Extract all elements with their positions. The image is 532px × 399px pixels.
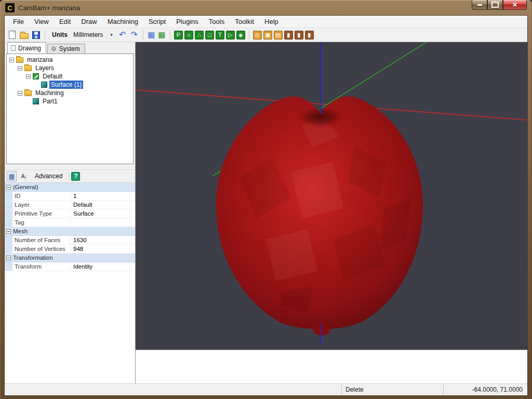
toolbar-separator	[143, 30, 143, 39]
advanced-button[interactable]: Advanced	[31, 171, 66, 181]
collapse-icon[interactable]	[6, 229, 11, 234]
menu-item-view[interactable]: View	[29, 16, 54, 27]
units-label: Units	[52, 31, 68, 38]
drill-icon[interactable]: ◎	[253, 31, 262, 39]
left-panel: Drawing System manzanaLayersDefaultSurfa…	[5, 42, 136, 383]
undo-icon[interactable]: ↶	[117, 31, 127, 39]
minimize-button[interactable]	[472, 0, 487, 10]
property-name: Transform	[12, 262, 71, 271]
menu-item-machining[interactable]: Machining	[102, 16, 143, 27]
property-value[interactable]: 1630	[71, 237, 135, 243]
row-gutter	[5, 201, 12, 209]
new-file-icon[interactable]	[9, 31, 16, 39]
surface-icon[interactable]: ◈	[236, 31, 245, 39]
tree-item-part1[interactable]: Part1	[7, 97, 133, 105]
panel-tabs: Drawing System	[5, 42, 135, 54]
property-category-mesh[interactable]: Mesh	[5, 227, 135, 236]
collapse-icon[interactable]	[26, 74, 31, 79]
viewport-3d[interactable]	[136, 42, 527, 350]
property-value[interactable]: Identity	[71, 263, 135, 270]
toolbar-grid-group: ▦▦	[147, 31, 166, 39]
row-gutter	[5, 262, 12, 271]
profile-icon[interactable]: ▤	[274, 31, 283, 39]
property-row-id[interactable]: ID1	[5, 192, 135, 201]
property-row-tag[interactable]: Tag	[5, 218, 135, 227]
text-icon[interactable]: T	[216, 31, 224, 39]
client-area: FileViewEditDrawMachiningScriptPluginsTo…	[4, 15, 528, 396]
menu-item-edit[interactable]: Edit	[54, 16, 76, 27]
property-row-layer[interactable]: LayerDefault	[5, 201, 135, 209]
category-label: (General)	[12, 184, 38, 190]
units-dropdown[interactable]: Millimeters	[71, 30, 116, 39]
tree-item-default[interactable]: Default	[7, 72, 133, 81]
property-row-transform[interactable]: TransformIdentity	[5, 262, 135, 271]
status-bar: Delete -64.0000, 71.0000	[5, 383, 527, 395]
tab-system[interactable]: System	[47, 44, 85, 54]
properties-toolbar: Advanced ?	[5, 169, 135, 182]
property-category-general[interactable]: (General)	[5, 183, 135, 192]
toolbar-separator	[249, 30, 249, 39]
menu-item-toolkit[interactable]: Toolkit	[230, 16, 259, 27]
menu-item-script[interactable]: Script	[143, 16, 171, 27]
screw-icon-2[interactable]: ▮	[295, 31, 303, 39]
property-row-primitive-type[interactable]: Primitive TypeSurface	[5, 209, 135, 218]
point-list-icon[interactable]: P	[174, 31, 183, 39]
property-name: ID	[12, 192, 71, 200]
apple-bottom-nub	[313, 322, 330, 336]
polyline-icon[interactable]: ▷	[226, 31, 235, 39]
save-icon[interactable]	[32, 31, 40, 39]
collapse-icon[interactable]	[6, 256, 11, 260]
property-category-transformation[interactable]: Transformation	[5, 254, 135, 262]
drawing-tree: manzanaLayersDefaultSurface (1)Machining…	[6, 54, 134, 164]
collapse-icon[interactable]	[18, 66, 22, 71]
maximize-button[interactable]	[487, 0, 503, 10]
cambam-logo-icon	[5, 3, 15, 12]
tree-item-surface-1[interactable]: Surface (1)	[7, 81, 133, 89]
grid-snap-icon[interactable]: ▦	[147, 31, 156, 39]
tab-drawing[interactable]: Drawing	[7, 42, 46, 54]
screw-icon-3[interactable]: ▮	[305, 31, 314, 39]
redo-icon[interactable]: ↷	[129, 31, 139, 39]
property-value[interactable]: Surface	[71, 210, 135, 217]
sort-alphabetical-icon[interactable]	[19, 171, 29, 181]
tree-item-manzana[interactable]: manzana	[7, 56, 133, 64]
property-row-number-of-faces[interactable]: Number of Faces1630	[5, 236, 135, 245]
titlebar[interactable]: CamBam+ manzana	[0, 0, 532, 16]
property-value[interactable]: 948	[71, 246, 135, 252]
row-gutter	[5, 192, 12, 200]
property-value[interactable]: 1	[71, 193, 135, 199]
collapse-icon[interactable]	[18, 91, 22, 96]
row-gutter	[5, 245, 12, 253]
status-message-cell	[5, 384, 341, 395]
cambam-window: CamBam+ manzana FileViewEditDrawMachinin…	[0, 0, 532, 399]
menu-item-file[interactable]: File	[8, 16, 29, 27]
tree-item-label: Part1	[41, 97, 59, 105]
rectangle-icon[interactable]: □	[205, 31, 214, 39]
categorized-view-icon[interactable]	[7, 171, 17, 181]
menu-item-draw[interactable]: Draw	[76, 16, 102, 27]
viewport-canvas	[136, 42, 527, 350]
row-gutter	[5, 236, 12, 244]
help-icon[interactable]: ?	[71, 172, 80, 181]
main-toolbar: Units Millimeters ↶ ↷ ▦▦ P○∴□T▷◈ ◎▣▤▮▮▮	[5, 28, 527, 42]
tree-item-label: Surface (1)	[49, 81, 83, 89]
menu-item-plugins[interactable]: Plugins	[171, 16, 204, 27]
screw-icon-1[interactable]: ▮	[284, 31, 293, 39]
close-button[interactable]	[503, 0, 527, 10]
pocket-icon[interactable]: ▣	[263, 31, 272, 39]
menu-item-help[interactable]: Help	[259, 16, 284, 27]
property-row-number-of-vertices[interactable]: Number of Vertices948	[5, 245, 135, 254]
page-icon	[11, 45, 16, 51]
collapse-icon[interactable]	[6, 185, 11, 190]
points-icon[interactable]: ∴	[195, 31, 204, 39]
tree-item-layers[interactable]: Layers	[7, 64, 133, 72]
collapse-icon[interactable]	[9, 58, 14, 62]
row-gutter	[5, 218, 12, 227]
menu-item-tools[interactable]: Tools	[204, 16, 230, 27]
open-file-icon[interactable]	[20, 33, 29, 39]
mesh-icon	[41, 82, 47, 88]
grid-display-icon[interactable]: ▦	[157, 31, 166, 39]
property-value[interactable]: Default	[71, 202, 135, 208]
tree-item-machining[interactable]: Machining	[7, 89, 133, 97]
circle-icon[interactable]: ○	[184, 31, 193, 39]
